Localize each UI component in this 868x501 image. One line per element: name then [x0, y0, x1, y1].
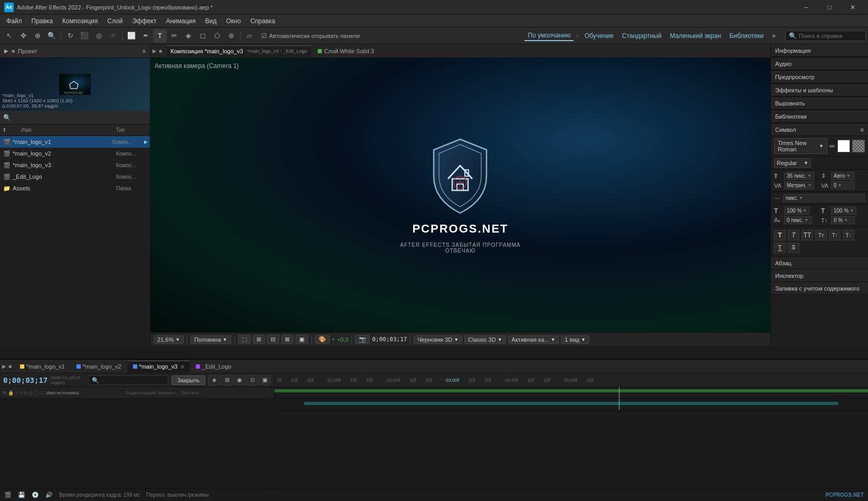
playhead[interactable] [619, 387, 619, 398]
inspector-section[interactable]: Инспектор [771, 269, 868, 282]
project-menu-icon[interactable]: ≡ [142, 48, 146, 54]
symbol-header[interactable]: Символ ≡ [771, 123, 868, 136]
tool-roto[interactable]: ⬡ [210, 29, 224, 43]
ram-icon[interactable]: 💾 [18, 492, 25, 498]
h-scale-value[interactable]: 100 % ▼ [784, 207, 809, 215]
menu-help[interactable]: Справка [246, 16, 279, 26]
tool-camera[interactable]: ⬛ [78, 29, 91, 43]
audio-section[interactable]: Аудио [771, 57, 868, 71]
audio-header[interactable]: Аудио [771, 57, 868, 70]
menu-composition[interactable]: Композиция [58, 16, 102, 26]
tool-eraser[interactable]: ◻ [196, 29, 209, 43]
preview-section[interactable]: Предпросмотр [771, 71, 868, 84]
leading-value[interactable]: Авто ▼ [831, 172, 855, 180]
baseline-value[interactable]: 0 пикс. ▼ [784, 216, 812, 224]
timeline-tab-4[interactable]: _Edit_Logo [190, 361, 237, 372]
tool-clone[interactable]: ◈ [182, 29, 195, 43]
menu-effect[interactable]: Эффект [128, 16, 160, 26]
tl-shy-btn[interactable]: ◉ [234, 375, 245, 386]
smallcaps-button[interactable]: Тт [815, 230, 827, 240]
resolution-control[interactable]: Половина ▼ [190, 335, 231, 344]
symbol-menu-icon[interactable]: ≡ [861, 127, 864, 133]
effects-header[interactable]: Эффекты и шаблоны [771, 84, 868, 97]
tool-pan[interactable]: ☞ [106, 29, 120, 43]
close-button[interactable]: ✕ [842, 0, 864, 15]
tl-solo-btn[interactable]: ◈ [208, 375, 220, 386]
tracking-value[interactable]: 0 ▼ [831, 181, 855, 189]
viewer-tab-comp[interactable]: Композиция *main_logo_v3 *main_logo_v3 /… [166, 45, 311, 57]
list-item[interactable]: 🎬 *main_logo_v3 Компо... [0, 159, 150, 171]
tool-rotate[interactable]: ↻ [63, 29, 77, 43]
align-section[interactable]: Выровнять [771, 97, 868, 110]
fill-section[interactable]: Заливка с учетом содержимого [771, 282, 868, 295]
toggle-safe[interactable]: ▣ [295, 335, 308, 344]
render-mode[interactable]: Черновик 3D ▼ [414, 335, 462, 344]
search-help-input[interactable] [799, 33, 862, 39]
effects-section[interactable]: Эффекты и шаблоны [771, 84, 868, 97]
align-header[interactable]: Выровнять [771, 97, 868, 110]
menu-window[interactable]: Окно [222, 16, 245, 26]
toggle-guides[interactable]: ⊟ [267, 335, 279, 344]
tool-move[interactable]: ✥ [16, 29, 30, 43]
info-header[interactable]: Информация [771, 44, 868, 57]
list-item[interactable]: 📁 Assets Папка [0, 182, 150, 194]
auto-open-toggle[interactable]: ☑ Автоматически открывать панели [261, 32, 360, 40]
disk-icon[interactable]: 💿 [32, 492, 39, 498]
toggle-transparency[interactable]: ⬚ [238, 335, 251, 344]
tracking-field[interactable]: пикс. ▼ [783, 194, 865, 202]
info-section[interactable]: Информация [771, 44, 868, 57]
workspace-default[interactable]: По умолчанию [524, 31, 574, 41]
edit-font-icon[interactable]: ✏ [829, 142, 835, 150]
timeline-tab-1[interactable]: *main_logo_v1 [15, 361, 70, 372]
menu-animation[interactable]: Анимация [161, 16, 199, 26]
tl-draft-btn[interactable]: ⊙ [246, 375, 258, 386]
strikethrough-button[interactable]: T [788, 243, 799, 253]
camera-icon[interactable]: 📷 [355, 335, 370, 344]
tool-select[interactable]: ↖ [2, 29, 16, 43]
timeline-tab-3[interactable]: *main_logo_v3 ≡ [128, 361, 189, 372]
tl-lock-btn[interactable]: ⊞ [221, 375, 233, 386]
menu-layer[interactable]: Слой [103, 16, 127, 26]
superscript-button[interactable]: T↑ [829, 230, 841, 240]
toggle-rulers[interactable]: ⊠ [281, 335, 293, 344]
minimize-button[interactable]: ─ [795, 0, 817, 15]
menu-file[interactable]: Файл [2, 16, 26, 26]
comp-tab-breadcrumb-1[interactable]: *main_logo_v3 [247, 49, 279, 54]
color-swatch-transparent[interactable] [852, 140, 865, 152]
tool-orbit[interactable]: ◎ [92, 29, 106, 43]
underline-button[interactable]: T [774, 243, 786, 253]
preview-header[interactable]: Предпросмотр [771, 71, 868, 83]
tool-text[interactable]: T [153, 29, 167, 43]
maximize-button[interactable]: □ [818, 0, 841, 15]
timeline-close-button[interactable]: Закрыть [171, 375, 205, 385]
allcaps-button[interactable]: TT [802, 230, 813, 240]
list-item[interactable]: 🎬 *main_logo_v1 Компо... ▶ [0, 136, 150, 148]
zoom-control[interactable]: 21,6% ▼ [154, 335, 184, 344]
channel-control[interactable]: 🎨 [315, 335, 330, 344]
project-search-input[interactable] [13, 114, 147, 121]
subscript-button[interactable]: T↓ [843, 230, 854, 240]
timeline-tab-2[interactable]: *main_logo_v2 [71, 361, 127, 372]
tool-anchor[interactable]: ⊕ [31, 29, 44, 43]
tsukimi-value[interactable]: 0 % ▼ [831, 216, 855, 224]
tool-shape[interactable]: ▱ [243, 29, 256, 43]
kerning-value[interactable]: Метрич. ▼ [784, 181, 814, 189]
bold-button[interactable]: T [774, 230, 786, 240]
view-count[interactable]: 1 вид ▼ [561, 335, 589, 344]
workspace-standard[interactable]: Стандартный [619, 31, 665, 41]
color-swatch-white[interactable] [837, 140, 850, 152]
workspace-more[interactable]: » [769, 31, 779, 41]
tool-brush[interactable]: ✏ [167, 29, 181, 43]
green-track-bar[interactable] [274, 389, 868, 392]
audio-icon[interactable]: 🔊 [45, 492, 53, 498]
viewer-tab-layer[interactable]: Слой White Solid 3 [313, 45, 378, 57]
paragraph-section[interactable]: Абзац [771, 257, 868, 269]
comp-tab-breadcrumb-2[interactable]: _Edit_Logo [283, 49, 308, 54]
timeline-search-input[interactable] [88, 375, 168, 385]
libraries-header[interactable]: Библиотеки [771, 110, 868, 123]
teal-track-bar[interactable] [304, 402, 838, 405]
render-icons[interactable]: 🎬 [4, 492, 12, 498]
tl-motion-btn[interactable]: ▣ [259, 375, 271, 386]
libraries-section[interactable]: Библиотеки [771, 110, 868, 123]
workspace-learning[interactable]: Обучение [581, 31, 617, 41]
